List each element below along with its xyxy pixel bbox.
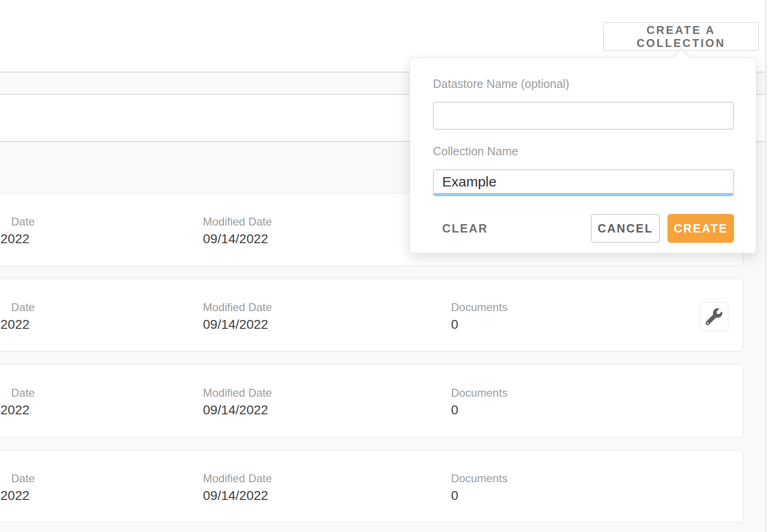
column-label: Date	[11, 300, 35, 314]
column-value: 0	[451, 488, 507, 504]
column-label: Documents	[451, 472, 507, 485]
column-label: Documents	[451, 300, 507, 314]
column-label: Documents	[451, 386, 507, 399]
column-value: 2022	[0, 231, 35, 247]
create-collection-popover: Datastore Name (optional) Collection Nam…	[410, 57, 756, 253]
card-column: Date2022	[0, 365, 35, 418]
card-column: Date2022	[0, 450, 35, 504]
create-button[interactable]: CREATE	[667, 214, 734, 243]
card-settings-button[interactable]	[700, 302, 728, 331]
column-value: 09/14/2022	[203, 231, 272, 247]
column-value: 2022	[0, 317, 35, 332]
collection-card: Date2022Modified Date09/14/2022Documents…	[0, 450, 743, 523]
card-column: Documents0	[451, 279, 507, 332]
datastore-name-input[interactable]	[433, 102, 734, 130]
column-label: Modified Date	[203, 300, 272, 314]
popover-arrow	[673, 49, 690, 66]
collection-name-input[interactable]	[433, 169, 734, 196]
cancel-button[interactable]: CANCEL	[591, 214, 660, 243]
column-label: Date	[11, 215, 35, 228]
card-column: Modified Date09/14/2022	[203, 365, 272, 418]
column-value: 2022	[0, 488, 35, 504]
column-label: Modified Date	[203, 215, 272, 228]
column-label: Date	[11, 386, 35, 399]
card-column: Documents0	[451, 365, 507, 418]
card-column: Modified Date09/14/2022	[203, 279, 272, 332]
card-column: Modified Date09/14/2022	[203, 193, 272, 247]
column-label: Date	[11, 472, 35, 485]
card-column: Modified Date09/14/2022	[203, 450, 272, 504]
collection-card: Date2022Modified Date09/14/2022Documents…	[0, 364, 743, 437]
datastore-name-label: Datastore Name (optional)	[433, 77, 569, 91]
clear-button[interactable]: CLEAR	[442, 214, 488, 243]
card-column: Date2022	[0, 193, 35, 247]
card-column: Date2022	[0, 279, 35, 332]
column-value: 0	[451, 317, 507, 332]
column-value: 09/14/2022	[203, 317, 272, 332]
collection-card: Date2022Modified Date09/14/2022Documents…	[0, 279, 743, 352]
column-value: 09/14/2022	[203, 402, 272, 418]
column-label: Modified Date	[203, 386, 272, 399]
popover-actions: CLEAR CANCEL CREATE	[410, 214, 757, 243]
wrench-icon	[706, 308, 722, 325]
scrollbar-track[interactable]	[765, 0, 768, 532]
column-value: 09/14/2022	[203, 488, 272, 504]
collection-name-label: Collection Name	[433, 145, 518, 158]
create-a-collection-button[interactable]: CREATE A COLLECTION	[603, 22, 759, 51]
card-column: Documents0	[451, 450, 507, 504]
column-value: 2022	[0, 402, 35, 418]
column-value: 0	[451, 402, 507, 418]
column-label: Modified Date	[203, 472, 272, 485]
